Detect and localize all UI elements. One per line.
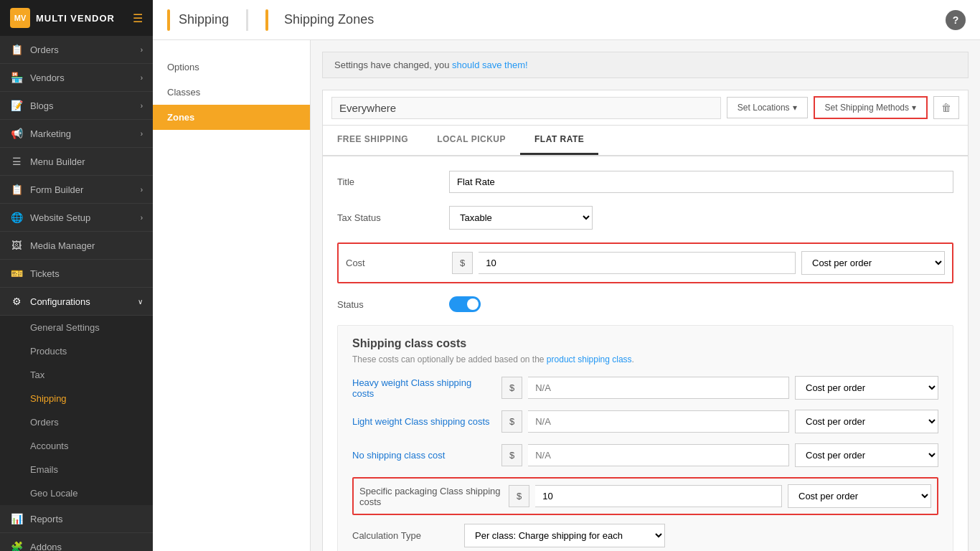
- zone-header: Set Locations ▾ Set Shipping Methods ▾ 🗑: [322, 90, 969, 126]
- zone-name-input[interactable]: [331, 97, 721, 119]
- shipping-tabs: FREE SHIPPING LOCAL PICKUP FLAT RATE: [322, 126, 969, 156]
- cost-input[interactable]: [479, 252, 796, 274]
- submenu-item-general-settings[interactable]: General Settings: [0, 316, 153, 339]
- sidebar-item-form-builder[interactable]: 📋 Form Builder ›: [0, 176, 153, 204]
- sidebar-item-reports[interactable]: 📊 Reports: [0, 505, 153, 533]
- chevron-right-icon: ›: [141, 214, 143, 222]
- left-nav-classes[interactable]: Classes: [153, 80, 310, 105]
- light-weight-type-select[interactable]: Cost per order Cost per item: [795, 410, 938, 433]
- sidebar-item-tickets[interactable]: 🎫 Tickets: [0, 260, 153, 288]
- currency-symbol: $: [501, 377, 522, 399]
- sidebar-item-configurations[interactable]: ⚙ Configurations ∨: [0, 288, 153, 316]
- sidebar: MV MULTI VENDOR ☰ 📋 Orders › 🏪 Vendors ›…: [0, 0, 153, 551]
- tab-local-pickup[interactable]: LOCAL PICKUP: [423, 126, 520, 155]
- page-header: Shipping Shipping Zones ?: [153, 0, 980, 40]
- product-shipping-class-link[interactable]: product shipping class: [547, 354, 632, 364]
- header-title-zones: Shipping Zones: [284, 12, 374, 27]
- reports-icon: 📊: [10, 513, 23, 524]
- cost-label: Cost: [346, 258, 446, 268]
- sidebar-item-label: Marketing: [30, 128, 71, 139]
- sidebar-item-menu-builder[interactable]: ☰ Menu Builder: [0, 148, 153, 176]
- light-weight-label: Light weight Class shipping costs: [352, 416, 496, 427]
- tax-status-select[interactable]: Taxable None: [449, 206, 593, 230]
- website-setup-icon: 🌐: [10, 212, 23, 223]
- heavy-weight-input[interactable]: [528, 377, 789, 399]
- alert-text: Settings have changed, you should save t…: [334, 60, 528, 70]
- class-row-heavy-weight: Heavy weight Class shipping costs $ Cost…: [352, 376, 938, 400]
- class-row-light-weight: Light weight Class shipping costs $ Cost…: [352, 410, 938, 433]
- sidebar-item-addons[interactable]: 🧩 Addons: [0, 533, 153, 551]
- addons-icon: 🧩: [10, 541, 23, 551]
- header-accent2: [265, 9, 268, 31]
- marketing-icon: 📢: [10, 128, 23, 139]
- sidebar-bottom: 📊 Reports 🧩 Addons 🗑 Cache Clear: [0, 505, 153, 551]
- submenu-item-accounts[interactable]: Accounts: [0, 434, 153, 458]
- sidebar-item-website-setup[interactable]: 🌐 Website Setup ›: [0, 204, 153, 232]
- sidebar-item-blogs[interactable]: 📝 Blogs ›: [0, 92, 153, 120]
- class-row-no-class: No shipping class cost $ Cost per order …: [352, 443, 938, 467]
- configurations-icon: ⚙: [10, 296, 23, 307]
- chevron-down-icon: ▾: [912, 103, 916, 113]
- cost-row-highlighted: Cost $ Cost per order Cost per item Cost…: [337, 242, 953, 283]
- submenu-item-geo-locale[interactable]: Geo Locale: [0, 481, 153, 505]
- sidebar-item-label: Reports: [30, 514, 63, 524]
- left-nav-zones[interactable]: Zones: [153, 105, 310, 130]
- title-label: Title: [337, 176, 438, 187]
- tax-status-row: Tax Status Taxable None: [337, 206, 953, 230]
- vendors-icon: 🏪: [10, 72, 23, 83]
- no-class-input[interactable]: [528, 444, 789, 466]
- cost-row-inner: Cost $ Cost per order Cost per item Cost…: [346, 251, 945, 275]
- heavy-weight-type-select[interactable]: Cost per order Cost per item: [795, 376, 938, 400]
- specific-packaging-input[interactable]: [535, 485, 782, 507]
- configurations-submenu: General Settings Products Tax Shipping O…: [0, 316, 153, 505]
- chevron-down-icon: ∨: [138, 298, 143, 306]
- sidebar-item-media-manager[interactable]: 🖼 Media Manager: [0, 232, 153, 260]
- currency-symbol: $: [501, 444, 522, 466]
- sidebar-item-label: Media Manager: [30, 240, 95, 251]
- light-weight-input[interactable]: [528, 410, 789, 433]
- sidebar-item-label: Orders: [30, 44, 59, 55]
- chevron-down-icon: ▾: [793, 103, 797, 113]
- submenu-item-emails[interactable]: Emails: [0, 458, 153, 481]
- sidebar-item-label: Website Setup: [30, 212, 90, 223]
- calculation-type-row: Calculation Type Per class: Charge shipp…: [352, 524, 938, 547]
- currency-symbol: $: [501, 410, 522, 433]
- form-builder-icon: 📋: [10, 184, 23, 195]
- heavy-weight-label: Heavy weight Class shipping costs: [352, 377, 496, 399]
- alert-bar: Settings have changed, you should save t…: [322, 52, 969, 78]
- help-button[interactable]: ?: [946, 10, 966, 30]
- submenu-item-tax[interactable]: Tax: [0, 363, 153, 387]
- chevron-right-icon: ›: [141, 102, 143, 110]
- sidebar-item-marketing[interactable]: 📢 Marketing ›: [0, 120, 153, 148]
- logo-icon: MV: [10, 8, 30, 28]
- set-shipping-methods-button[interactable]: Set Shipping Methods ▾: [814, 96, 928, 119]
- alert-save-link[interactable]: should save them!: [452, 60, 528, 70]
- main-content: Shipping Shipping Zones ? Options Classe…: [153, 0, 980, 551]
- title-input[interactable]: [449, 171, 953, 193]
- left-nav-options[interactable]: Options: [153, 55, 310, 80]
- submenu-item-shipping[interactable]: Shipping: [0, 387, 153, 410]
- status-row: Status: [337, 296, 953, 312]
- tab-flat-rate[interactable]: FLAT RATE: [520, 126, 598, 155]
- specific-packaging-type-select[interactable]: Cost per order Cost per item: [788, 484, 931, 508]
- title-row: Title: [337, 171, 953, 193]
- cost-type-select[interactable]: Cost per order Cost per item Cost per cl…: [801, 251, 945, 275]
- blogs-icon: 📝: [10, 100, 23, 111]
- delete-zone-button[interactable]: 🗑: [933, 96, 959, 119]
- menu-builder-icon: ☰: [10, 156, 23, 167]
- calculation-type-select[interactable]: Per class: Charge shipping for each Per …: [464, 524, 665, 547]
- orders-icon: 📋: [10, 44, 23, 55]
- tab-free-shipping[interactable]: FREE SHIPPING: [323, 126, 423, 155]
- specific-packaging-label: Specific packaging Class shipping costs: [359, 486, 503, 507]
- logo-title: MULTI VENDOR: [36, 13, 115, 24]
- submenu-item-orders[interactable]: Orders: [0, 410, 153, 434]
- header-section-shipping: Shipping: [167, 9, 248, 31]
- class-row-specific-packaging: Specific packaging Class shipping costs …: [352, 477, 938, 515]
- set-locations-button[interactable]: Set Locations ▾: [727, 97, 808, 118]
- sidebar-item-orders[interactable]: 📋 Orders ›: [0, 36, 153, 64]
- menu-toggle-icon[interactable]: ☰: [133, 11, 143, 25]
- sidebar-item-vendors[interactable]: 🏪 Vendors ›: [0, 64, 153, 92]
- no-class-type-select[interactable]: Cost per order Cost per item: [795, 443, 938, 467]
- submenu-item-products[interactable]: Products: [0, 339, 153, 363]
- status-toggle[interactable]: [449, 296, 481, 312]
